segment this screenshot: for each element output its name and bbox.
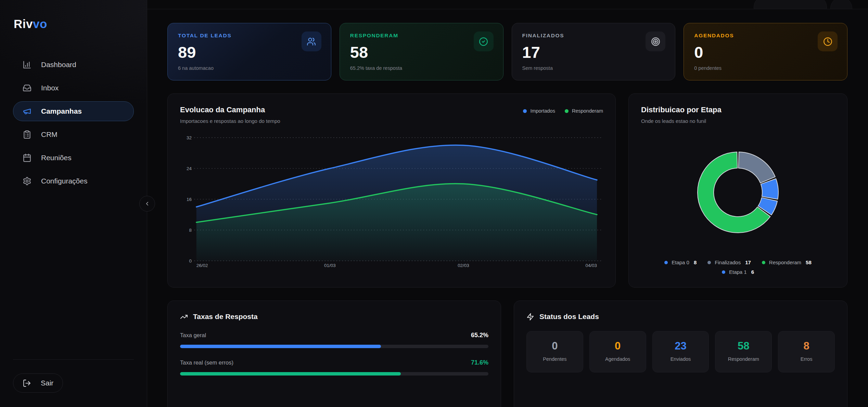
- legend-dot: [722, 270, 725, 274]
- svg-text:26/02: 26/02: [196, 263, 208, 268]
- stat-value: 0: [694, 44, 837, 60]
- sidebar: Rivvo Dashboard Inbox Campanhas CRM Reun…: [0, 0, 147, 407]
- distribution-chart-card: Distribuicao por Etapa Onde os leads est…: [628, 93, 847, 288]
- stat-card-total-leads: TOTAL DE LEADS 89 6 na automacao: [167, 23, 331, 80]
- logo-text-primary: Riv: [14, 17, 33, 30]
- donut-legend-item-responderam: Responderam 58: [762, 259, 812, 265]
- donut-chart-wrap: [641, 125, 835, 259]
- legend-value: 6: [751, 269, 754, 275]
- stat-subtitle: Sem resposta: [522, 65, 665, 71]
- svg-text:04/03: 04/03: [585, 263, 597, 268]
- tile-label: Enviados: [655, 356, 707, 362]
- sidebar-item-inbox[interactable]: Inbox: [13, 78, 134, 98]
- chevron-left-icon: [144, 201, 150, 207]
- svg-text:16: 16: [187, 197, 192, 202]
- rate-label: Taxa real (sem erros): [180, 359, 233, 366]
- response-rates-card: Taxas de Resposta Taxa geral 65.2%: [167, 301, 501, 407]
- svg-text:32: 32: [187, 135, 192, 140]
- logout-button[interactable]: Sair: [13, 373, 63, 393]
- stat-value: 17: [522, 44, 665, 60]
- sidebar-collapse-button[interactable]: [139, 196, 155, 212]
- target-icon: [646, 31, 665, 51]
- sidebar-item-dashboard[interactable]: Dashboard: [13, 55, 134, 75]
- sidebar-item-label: CRM: [41, 130, 58, 139]
- rate-label: Taxa geral: [180, 332, 206, 339]
- tile-label: Agendados: [592, 356, 644, 362]
- card-title: Status dos Leads: [539, 313, 599, 321]
- rate-value: 71.6%: [471, 359, 488, 366]
- sidebar-item-crm[interactable]: CRM: [13, 125, 134, 144]
- app-logo: Rivvo: [14, 17, 134, 31]
- donut-legend-item-finalizados: Finalizados 17: [707, 259, 751, 265]
- legend-dot: [762, 261, 765, 264]
- logout-icon: [23, 379, 31, 387]
- breadcrumb-separator: /: [215, 9, 217, 9]
- tile-label: Erros: [780, 356, 832, 362]
- legend-label: Etapa 1: [729, 269, 747, 275]
- tile-label: Responderam: [717, 356, 769, 362]
- legend-label: Finalizados: [715, 259, 741, 265]
- donut-chart: [690, 142, 786, 243]
- stat-card-responderam: RESPONDERAM 58 65.2% taxa de resposta: [340, 23, 503, 80]
- status-tile-enviados: 23 Enviados: [652, 331, 709, 372]
- status-tile-agendados: 0 Agendados: [589, 331, 646, 372]
- tile-value: 23: [655, 341, 707, 351]
- header-ghost-shape: [754, 0, 827, 9]
- sidebar-nav: Dashboard Inbox Campanhas CRM Reuniões C…: [13, 55, 134, 191]
- trending-up-icon: [180, 313, 188, 321]
- sidebar-item-label: Reuniões: [41, 154, 72, 162]
- stat-label: RESPONDERAM: [350, 33, 493, 39]
- tile-label: Pendentes: [529, 356, 581, 362]
- page-content: TOTAL DE LEADS 89 6 na automacao RESPOND…: [147, 9, 868, 407]
- legend-dot: [523, 109, 527, 113]
- tile-value: 58: [717, 341, 769, 351]
- breadcrumb: CAMPANHAS / SESSION BIG BIG POPPA: [167, 9, 847, 9]
- clipboard-icon: [23, 130, 31, 139]
- status-tile-pendentes: 0 Pendentes: [526, 331, 583, 372]
- svg-text:02/03: 02/03: [458, 263, 469, 268]
- evolution-chart-card: Evolucao da Campanha Importacoes e respo…: [167, 93, 616, 288]
- megaphone-icon: [23, 107, 31, 116]
- area-line-chart: 0816243226/0201/0302/0304/03: [180, 131, 603, 269]
- donut-legend: Etapa 0 8 Finalizados 17 Responderam: [641, 259, 835, 275]
- logo-text-accent: vo: [33, 17, 47, 30]
- stat-subtitle: 0 pendentes: [694, 65, 837, 71]
- legend-value: 17: [745, 259, 751, 265]
- tile-value: 8: [780, 341, 832, 351]
- sidebar-item-reunioes[interactable]: Reuniões: [13, 148, 134, 168]
- gear-icon: [23, 177, 31, 186]
- status-tile-erros: 8 Erros: [778, 331, 835, 372]
- sidebar-divider: [13, 359, 134, 360]
- stat-label: TOTAL DE LEADS: [178, 33, 321, 39]
- progress-track: [180, 345, 488, 348]
- legend-label: Importados: [530, 108, 555, 114]
- rate-row-taxa-real: Taxa real (sem erros) 71.6%: [180, 359, 488, 376]
- progress-track: [180, 372, 488, 376]
- chart-title: Evolucao da Campanha: [180, 105, 280, 114]
- card-title: Taxas de Resposta: [193, 313, 258, 321]
- sidebar-footer: Sair: [13, 359, 134, 393]
- legend-dot: [664, 261, 668, 264]
- chart-title: Distribuicao por Etapa: [641, 105, 835, 114]
- breadcrumb-section[interactable]: CAMPANHAS: [167, 9, 209, 9]
- clock-icon: [818, 31, 838, 51]
- legend-value: 58: [806, 259, 812, 265]
- logout-label: Sair: [41, 379, 53, 387]
- progress-fill: [180, 372, 401, 376]
- lead-status-card: Status dos Leads 0 Pendentes 0 Agendados…: [514, 301, 847, 407]
- inbox-icon: [23, 84, 31, 92]
- stat-value: 89: [178, 44, 321, 60]
- donut-legend-item-etapa1: Etapa 1 6: [722, 269, 754, 275]
- stat-subtitle: 6 na automacao: [178, 65, 321, 71]
- stat-label: FINALIZADOS: [522, 33, 665, 39]
- check-circle-icon: [474, 31, 494, 51]
- page-header: CAMPANHAS / SESSION BIG BIG POPPA Overvi…: [147, 0, 868, 9]
- sidebar-item-label: Configurações: [41, 177, 87, 185]
- sidebar-item-configuracoes[interactable]: Configurações: [13, 171, 134, 191]
- sidebar-item-label: Dashboard: [41, 61, 76, 69]
- legend-dot: [707, 261, 711, 264]
- sidebar-item-campanhas[interactable]: Campanhas: [13, 101, 134, 121]
- breadcrumb-current: SESSION BIG BIG POPPA: [222, 9, 304, 9]
- bar-chart-icon: [23, 60, 31, 69]
- header-ghost-shape: [830, 0, 852, 9]
